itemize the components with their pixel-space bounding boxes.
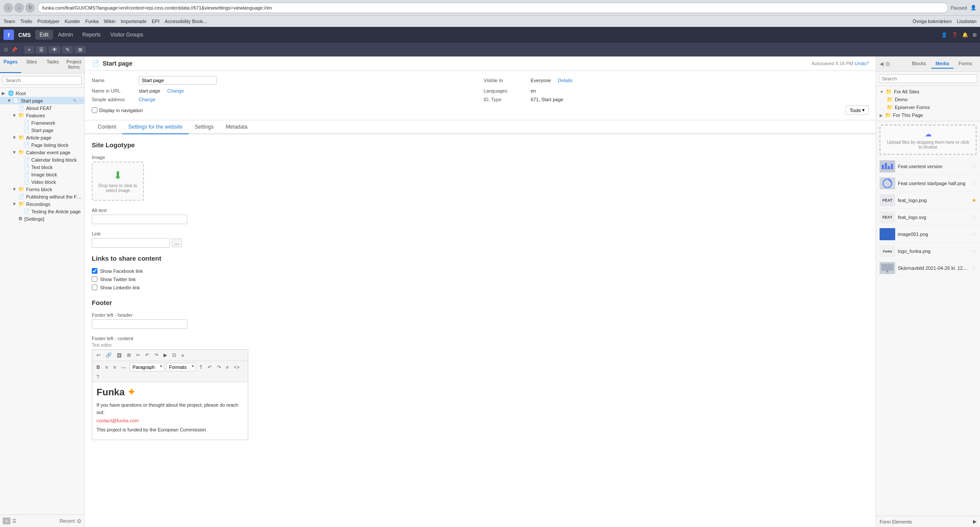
panel-gear-icon[interactable]: ⚙: [885, 61, 890, 67]
view-toggle-list[interactable]: ☰: [36, 46, 47, 53]
nav-reports[interactable]: Reports: [78, 30, 105, 40]
tree-item-publishing[interactable]: 📄 Publishing without the Features: [0, 193, 84, 200]
linkedin-checkbox[interactable]: [92, 285, 97, 290]
editor-btn-link[interactable]: 🔗: [104, 351, 113, 359]
editor-help[interactable]: ?: [95, 373, 101, 380]
bookmark-team[interactable]: Team: [3, 19, 15, 24]
media-item-5[interactable]: Funka logo_funka.png ☆: [876, 243, 980, 260]
sidebar-add-button[interactable]: +: [3, 517, 10, 524]
media-item-0[interactable]: Feat usertest version ☆: [876, 158, 980, 175]
editor-btn-redo2[interactable]: ↷: [153, 351, 160, 359]
link-browse-button[interactable]: ...: [172, 239, 182, 247]
change-link[interactable]: Change: [167, 88, 184, 93]
settings-gear-icon[interactable]: ⚙: [3, 46, 9, 53]
media-star-5[interactable]: ☆: [972, 248, 977, 254]
pin-icon[interactable]: 📌: [11, 47, 17, 53]
paragraph-select[interactable]: Paragraph: [130, 363, 164, 371]
right-tree-episerver[interactable]: 📁 Episerver Forms: [880, 103, 977, 111]
editor-text-style[interactable]: T: [198, 364, 204, 371]
editor-btn-undo[interactable]: ↩: [95, 351, 102, 359]
sidebar-search-input[interactable]: [3, 76, 82, 85]
right-tree-for-all-sites[interactable]: ▼ 📁 For All Sites: [880, 88, 977, 96]
media-star-2[interactable]: ★: [972, 197, 977, 203]
tab-settings-website[interactable]: Settings for the website: [122, 120, 189, 134]
editor-redo3[interactable]: ↷: [215, 364, 223, 371]
media-star-6[interactable]: ☆: [972, 265, 977, 271]
tab-content[interactable]: Content: [92, 120, 122, 134]
back-button[interactable]: ‹: [3, 3, 13, 13]
right-tab-forms[interactable]: Forms: [954, 59, 977, 69]
media-item-2[interactable]: FEAT feat_logo.png ★: [876, 192, 980, 209]
tree-item-about-feat[interactable]: 📄 About FEAT: [0, 104, 84, 112]
formats-select[interactable]: Formats: [166, 363, 196, 371]
image-dropzone[interactable]: ⬇ Drop here or click to select image: [92, 162, 144, 201]
view-toggle-grid[interactable]: ⊞: [75, 46, 86, 53]
right-tree-demo[interactable]: 📁 Demo: [880, 96, 977, 103]
tree-item-framework[interactable]: 📄 Framework: [0, 119, 84, 126]
editor-btn-image[interactable]: 🖼: [115, 352, 123, 359]
bookmark-funka[interactable]: Funka: [85, 19, 99, 24]
editor-content-area[interactable]: Funka ✦ If you have questions or thought…: [92, 382, 248, 440]
sidebar-tab-project-items[interactable]: Project Items: [63, 56, 85, 73]
editor-align[interactable]: ≡: [224, 364, 230, 371]
editor-bold[interactable]: B: [95, 364, 102, 371]
media-star-3[interactable]: ☆: [972, 214, 977, 220]
media-star-0[interactable]: ☆: [972, 163, 977, 169]
media-item-1[interactable]: Feat usertest startpage half.png ☆: [876, 175, 980, 192]
right-tab-media[interactable]: Media: [931, 59, 953, 69]
edit-icon-start-page[interactable]: ✎: [73, 98, 77, 103]
display-in-nav-checkbox[interactable]: [92, 107, 97, 113]
alt-text-input[interactable]: [92, 215, 187, 224]
editor-btn-grid[interactable]: ⊡: [170, 351, 178, 359]
tab-settings[interactable]: Settings: [189, 120, 220, 134]
more-icon-start-page[interactable]: ⋯: [78, 98, 83, 103]
bookmark-kunder[interactable]: Kunder: [65, 19, 80, 24]
sidebar-tab-sites[interactable]: Sites: [21, 56, 43, 73]
tree-item-settings[interactable]: ⚙ [Settings]: [0, 215, 84, 222]
editor-btn-table[interactable]: ⊞: [125, 351, 133, 359]
tree-item-video-block[interactable]: 📄 Video block: [0, 178, 84, 186]
tree-item-features[interactable]: ▼ 📁 Features: [0, 112, 84, 119]
tree-item-root[interactable]: ▶ 🌐 Root: [0, 89, 84, 97]
media-upload-zone[interactable]: ☁ Upload files by dropping them here or …: [880, 125, 977, 155]
tree-item-forms-block[interactable]: ▼ 📁 Forms block: [0, 186, 84, 193]
bookmark-wikin[interactable]: Wikin: [104, 19, 116, 24]
tree-item-start-page2[interactable]: 📄 Start page: [0, 126, 84, 134]
media-item-4[interactable]: image001.png ☆: [876, 226, 980, 243]
tree-item-text-block[interactable]: 📄 Text block: [0, 163, 84, 171]
editor-ul[interactable]: ≡: [103, 364, 110, 371]
media-star-1[interactable]: ☆: [972, 180, 977, 186]
tree-item-testing-article[interactable]: 📄 Testing the Article page: [0, 208, 84, 215]
bookmark-lisslistan[interactable]: Lisslistan: [957, 19, 977, 24]
view-toggle-preview[interactable]: 👁: [49, 46, 60, 53]
link-input[interactable]: [92, 238, 170, 248]
media-star-4[interactable]: ☆: [972, 231, 977, 237]
forward-button[interactable]: ›: [14, 3, 24, 13]
nav-visitor-groups[interactable]: Visitor Groups: [106, 30, 148, 40]
refresh-button[interactable]: ↻: [25, 3, 35, 13]
tree-item-image-block[interactable]: 📄 Image block: [0, 171, 84, 178]
tools-button[interactable]: Tools ▾: [846, 106, 869, 115]
bookmark-ovriga[interactable]: Övriga bokmärken: [913, 19, 952, 24]
editor-email-link[interactable]: contact@funka.com: [97, 418, 139, 423]
twitter-checkbox[interactable]: [92, 276, 97, 282]
details-link[interactable]: Details: [558, 78, 573, 83]
right-search-input[interactable]: [879, 74, 977, 83]
right-tree-for-this-page[interactable]: ▶ 📁 For This Page: [880, 111, 977, 119]
footer-left-header-input[interactable]: [92, 319, 187, 329]
editor-separator-btn[interactable]: —: [120, 364, 128, 371]
editor-ol[interactable]: ≡: [111, 364, 117, 371]
bookmark-trello[interactable]: Trello: [20, 19, 32, 24]
media-item-6[interactable]: Skärmavbild 2021-04-26 kl. 12.15.50.png …: [876, 260, 980, 277]
sidebar-settings-icon[interactable]: ⚙: [77, 518, 82, 524]
editor-btn-list[interactable]: ≡: [180, 352, 186, 359]
name-input[interactable]: [139, 76, 217, 85]
tree-item-calendar-listing[interactable]: 📄 Calendar listing block: [0, 156, 84, 163]
undo-link[interactable]: Undo?: [855, 61, 869, 66]
right-tab-blocks[interactable]: Blocks: [907, 59, 930, 69]
tab-metadata[interactable]: Metadata: [220, 120, 253, 134]
media-item-3[interactable]: FEAT feat_logo.svg ☆: [876, 209, 980, 226]
tree-item-recordings[interactable]: ▼ 📁 Recordings: [0, 200, 84, 208]
tree-item-start-page[interactable]: ▼ 📄 Start page ✎ ⋯: [0, 97, 84, 104]
nav-edit[interactable]: Edit: [35, 30, 53, 40]
